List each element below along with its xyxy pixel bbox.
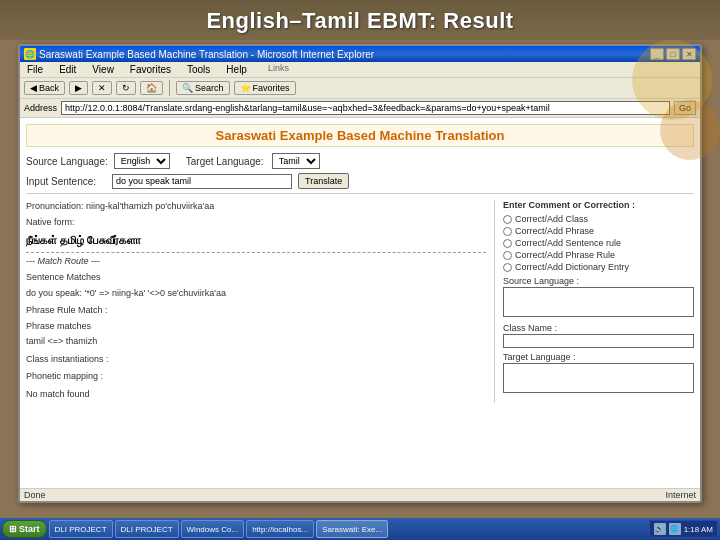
sentence-match-value: do you speak: '*0' => niing-ka' '<>0 se'… — [26, 287, 486, 301]
radio-input-class[interactable] — [503, 215, 512, 224]
phonetic-section: Phonetic mapping : — [26, 370, 486, 384]
phrase-match-value: tamil <=> thamizh — [26, 335, 486, 349]
native-text: நீங்கள் தமிழ் பேசுவீர்களா — [26, 232, 486, 249]
toolbar-sep — [169, 80, 170, 96]
source-lang-textarea[interactable] — [503, 287, 694, 317]
toolbar: ◀ Back ▶ ✕ ↻ 🏠 🔍 Search ⭐ Favorites — [20, 78, 700, 99]
address-input[interactable] — [61, 101, 670, 115]
home-button[interactable]: 🏠 — [140, 81, 163, 95]
app-title: Saraswati Example Based Machine Translat… — [26, 124, 694, 147]
title-bar: 🌐 Saraswati Example Based Machine Transl… — [20, 46, 700, 62]
match-route-label: --- Match Route --- — [26, 252, 486, 269]
input-label: Input Sentence: — [26, 176, 106, 187]
menu-view[interactable]: View — [89, 63, 117, 76]
class-instantiations-label: Class instantiations : — [26, 353, 486, 367]
start-label: Start — [19, 524, 40, 534]
input-sentence-field[interactable] — [112, 174, 292, 189]
radio-correct-class: Correct/Add Class — [503, 214, 694, 224]
address-label: Address — [24, 103, 57, 113]
radio-correct-sentence: Correct/Add Sentence rule — [503, 238, 694, 248]
taskbar-item-5[interactable]: Saraswati: Exe... — [316, 520, 388, 538]
pronunciation-line: Pronunciation: niing-kal'thamizh po'chuv… — [26, 200, 486, 214]
taskbar-item-1[interactable]: DLI PROJECT — [49, 520, 113, 538]
radio-label-phrase: Correct/Add Phrase — [515, 226, 594, 236]
target-lang-select[interactable]: Tamil — [272, 153, 320, 169]
taskbar-item-4[interactable]: http://localhos... — [246, 520, 314, 538]
slide-title: English–Tamil EBMT: Result — [0, 0, 720, 40]
class-name-input[interactable] — [503, 334, 694, 348]
right-panel: Enter Comment or Correction : Correct/Ad… — [494, 200, 694, 403]
status-bar: Done Internet — [20, 488, 700, 501]
menu-tools[interactable]: Tools — [184, 63, 213, 76]
source-lang-label: Source Language: — [26, 156, 108, 167]
search-button[interactable]: 🔍 Search — [176, 81, 230, 95]
favorites-button[interactable]: ⭐ Favorites — [234, 81, 296, 95]
radio-label-class: Correct/Add Class — [515, 214, 588, 224]
menu-file[interactable]: File — [24, 63, 46, 76]
forward-button[interactable]: ▶ — [69, 81, 88, 95]
target-lang-textarea[interactable] — [503, 363, 694, 393]
taskbar-item-3[interactable]: Windows Co... — [181, 520, 245, 538]
class-section: Class instantiations : — [26, 353, 486, 367]
source-lang-field-label: Source Language : — [503, 276, 694, 286]
menu-help[interactable]: Help — [223, 63, 250, 76]
menu-favorites[interactable]: Favorites — [127, 63, 174, 76]
class-name-field-label: Class Name : — [503, 323, 694, 333]
target-lang-label: Target Language: — [186, 156, 266, 167]
radio-input-phrase[interactable] — [503, 227, 512, 236]
phonetic-mapping-label: Phonetic mapping : — [26, 370, 486, 384]
native-label: Native form: — [26, 217, 75, 227]
radio-label-sentence: Correct/Add Sentence rule — [515, 238, 621, 248]
address-bar: Address Go — [20, 99, 700, 118]
decorative-circle-2 — [660, 100, 720, 160]
translate-button[interactable]: Translate — [298, 173, 349, 189]
radio-input-sentence[interactable] — [503, 239, 512, 248]
pronunciation-label: Pronunciation: — [26, 201, 84, 211]
separator-1 — [26, 193, 694, 194]
right-panel-title: Enter Comment or Correction : — [503, 200, 694, 210]
radio-correct-dict: Correct/Add Dictionary Entry — [503, 262, 694, 272]
language-row: Source Language: English Target Language… — [26, 153, 694, 169]
main-content: Pronunciation: niing-kal'thamizh po'chuv… — [26, 200, 694, 403]
input-row: Input Sentence: Translate — [26, 173, 694, 189]
refresh-button[interactable]: ↻ — [116, 81, 136, 95]
zone-text: Internet — [665, 490, 696, 500]
browser-title: Saraswati Example Based Machine Translat… — [39, 49, 374, 60]
taskbar-time: 1:18 AM — [684, 525, 713, 534]
no-match-section: No match found — [26, 388, 486, 402]
radio-input-dict[interactable] — [503, 263, 512, 272]
start-icon: ⊞ — [9, 524, 17, 534]
status-text: Done — [24, 490, 46, 500]
left-panel: Pronunciation: niing-kal'thamizh po'chuv… — [26, 200, 486, 403]
phrase-rule-section: Phrase Rule Match : Phrase matches tamil… — [26, 304, 486, 349]
start-button[interactable]: ⊞ Start — [2, 520, 47, 538]
speaker-icon: 🔊 — [654, 523, 666, 535]
sentence-matches-label: Sentence Matches — [26, 271, 486, 285]
phrase-rule-label: Phrase Rule Match : — [26, 304, 486, 318]
target-lang-field-label: Target Language : — [503, 352, 694, 362]
stop-button[interactable]: ✕ — [92, 81, 112, 95]
menu-bar: File Edit View Favorites Tools Help Link… — [20, 62, 700, 78]
menu-edit[interactable]: Edit — [56, 63, 79, 76]
pronunciation-value: niing-kal'thamizh po'chuviirka'aa — [86, 201, 214, 211]
taskbar-right: 🔊 🌐 1:18 AM — [649, 520, 718, 538]
radio-label-phrase-rule: Correct/Add Phrase Rule — [515, 250, 615, 260]
back-button[interactable]: ◀ Back — [24, 81, 65, 95]
phrase-matches-label: Phrase matches — [26, 320, 486, 334]
taskbar: ⊞ Start DLI PROJECT DLI PROJECT Windows … — [0, 518, 720, 540]
native-form-line: Native form: — [26, 216, 486, 230]
no-match-label: No match found — [26, 388, 486, 402]
radio-input-phrase-rule[interactable] — [503, 251, 512, 260]
radio-correct-phrase: Correct/Add Phrase — [503, 226, 694, 236]
title-bar-left: 🌐 Saraswati Example Based Machine Transl… — [24, 48, 374, 60]
network-icon: 🌐 — [669, 523, 681, 535]
source-lang-select[interactable]: English — [114, 153, 170, 169]
radio-correct-phrase-rule: Correct/Add Phrase Rule — [503, 250, 694, 260]
browser-window: 🌐 Saraswati Example Based Machine Transl… — [18, 44, 702, 503]
taskbar-item-2[interactable]: DLI PROJECT — [115, 520, 179, 538]
browser-content: Saraswati Example Based Machine Translat… — [20, 118, 700, 488]
browser-icon: 🌐 — [24, 48, 36, 60]
radio-label-dict: Correct/Add Dictionary Entry — [515, 262, 629, 272]
